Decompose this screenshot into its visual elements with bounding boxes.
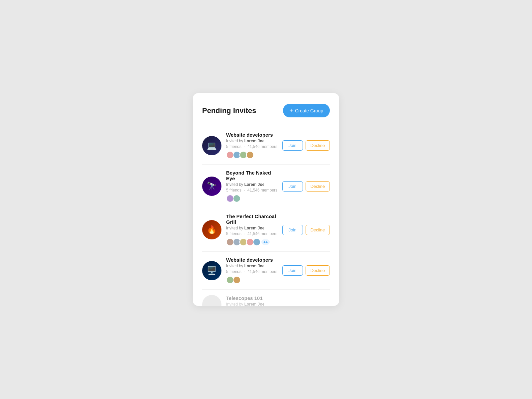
group-avatar: 🔭 [202,177,221,196]
invite-item: 🔭Beyond The Naked EyeInvited by Lorem Jo… [202,165,330,208]
decline-button[interactable]: Decline [306,265,330,276]
friend-avatars [226,195,278,202]
friend-avatar [233,195,241,202]
group-avatar [202,295,221,306]
decline-button[interactable]: Decline [306,181,330,192]
action-buttons: JoinDecline [282,225,330,235]
action-buttons: JoinDecline [282,265,330,276]
create-group-label: Create Group [295,108,323,113]
invited-by: Invited by Lorem Joe [226,302,330,306]
group-name: Website developers [226,132,278,138]
page-title: Pending Invites [202,106,256,115]
more-friends-badge: +4 [261,239,270,245]
decline-button[interactable]: Decline [306,225,330,235]
invite-item: 💻Website developersInvited by Lorem Joe5… [202,127,330,165]
group-info: The Perfect Charcoal GrillInvited by Lor… [226,213,278,246]
group-avatar: 🔥 [202,220,221,239]
friend-avatar [253,238,261,246]
join-button[interactable]: Join [282,225,303,235]
invited-by: Invited by Lorem Joe [226,139,278,143]
friend-avatar [246,151,254,159]
friend-avatar [233,276,241,284]
invited-by: Invited by Lorem Joe [226,226,278,230]
group-name: Website developers [226,257,278,263]
group-info: Website developersInvited by Lorem Joe5 … [226,132,278,159]
group-info: Telescopes 101Invited by Lorem Joe5 frie… [226,295,330,306]
group-avatar: 💻 [202,136,221,155]
pending-invites-card: Pending Invites + Create Group 💻Website … [193,93,339,306]
group-name: Beyond The Naked Eye [226,170,278,181]
card-header: Pending Invites + Create Group [202,104,330,117]
group-name: Telescopes 101 [226,295,330,301]
invite-list: 💻Website developersInvited by Lorem Joe5… [202,127,330,306]
friend-avatars: +4 [226,238,278,246]
action-buttons: JoinDecline [282,181,330,192]
group-meta: 5 friends · 41,546 members [226,188,278,193]
invited-by: Invited by Lorem Joe [226,182,278,187]
group-name: The Perfect Charcoal Grill [226,213,278,225]
group-meta: 5 friends · 41,546 members [226,269,278,274]
invited-by: Invited by Lorem Joe [226,264,278,268]
group-meta: 5 friends · 41,546 members [226,144,278,149]
join-button[interactable]: Join [282,181,303,192]
invite-item: Telescopes 101Invited by Lorem Joe5 frie… [202,290,330,306]
group-info: Website developersInvited by Lorem Joe5 … [226,257,278,284]
plus-icon: + [290,107,293,114]
friend-avatars [226,151,278,159]
friend-avatars [226,276,278,284]
invite-item: 🖥️Website developersInvited by Lorem Joe… [202,252,330,290]
action-buttons: JoinDecline [282,140,330,151]
create-group-button[interactable]: + Create Group [283,104,330,117]
group-meta: 5 friends · 41,546 members [226,231,278,236]
decline-button[interactable]: Decline [306,140,330,151]
join-button[interactable]: Join [282,265,303,276]
join-button[interactable]: Join [282,140,303,151]
invite-item: 🔥The Perfect Charcoal GrillInvited by Lo… [202,208,330,252]
group-avatar: 🖥️ [202,261,221,280]
group-info: Beyond The Naked EyeInvited by Lorem Joe… [226,170,278,202]
